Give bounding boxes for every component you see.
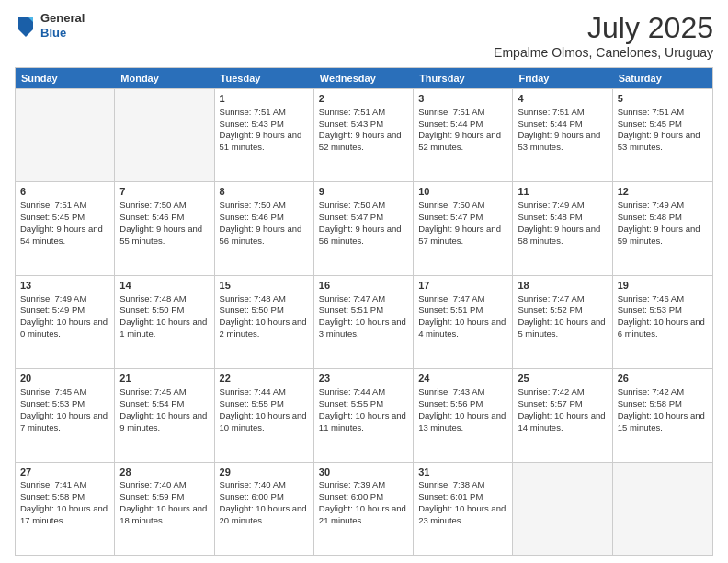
daylight-text: Daylight: 9 hours and 53 minutes. <box>618 130 700 152</box>
sunrise-text: Sunrise: 7:48 AM <box>119 293 186 304</box>
day-number: 22 <box>220 372 309 385</box>
day-number: 3 <box>418 92 507 106</box>
sunrise-text: Sunrise: 7:38 AM <box>418 479 484 489</box>
day-number: 19 <box>618 279 708 293</box>
calendar-cell: 23Sunrise: 7:44 AMSunset: 5:55 PMDayligh… <box>314 369 414 461</box>
sunset-text: Sunset: 5:46 PM <box>220 212 284 222</box>
daylight-text: Daylight: 9 hours and 57 minutes. <box>418 224 501 246</box>
sunset-text: Sunset: 5:58 PM <box>618 398 682 408</box>
day-number: 9 <box>319 185 408 199</box>
daylight-text: Daylight: 9 hours and 51 minutes. <box>220 130 302 152</box>
sunset-text: Sunset: 5:54 PM <box>119 398 184 408</box>
sunrise-text: Sunrise: 7:43 AM <box>418 386 484 396</box>
sunrise-text: Sunrise: 7:39 AM <box>319 479 385 489</box>
daylight-text: Daylight: 10 hours and 15 minutes. <box>618 410 705 432</box>
sunset-text: Sunset: 5:58 PM <box>20 491 85 501</box>
calendar-cell: 19Sunrise: 7:46 AMSunset: 5:53 PMDayligh… <box>613 276 712 368</box>
sunset-text: Sunset: 5:45 PM <box>20 212 85 222</box>
daylight-text: Daylight: 9 hours and 52 minutes. <box>418 130 501 152</box>
main-title: July 2025 <box>494 11 713 45</box>
day-number: 2 <box>319 92 408 106</box>
sunset-text: Sunset: 5:59 PM <box>119 491 184 501</box>
day-number: 26 <box>618 372 708 385</box>
sunrise-text: Sunrise: 7:51 AM <box>20 200 86 210</box>
calendar: SundayMondayTuesdayWednesdayThursdayFrid… <box>15 67 713 556</box>
day-number: 17 <box>418 279 507 293</box>
calendar-cell: 20Sunrise: 7:45 AMSunset: 5:53 PMDayligh… <box>16 369 115 461</box>
daylight-text: Daylight: 10 hours and 20 minutes. <box>220 503 307 525</box>
daylight-text: Daylight: 10 hours and 14 minutes. <box>518 410 605 432</box>
calendar-cell <box>613 463 712 555</box>
day-number: 12 <box>618 185 708 199</box>
day-number: 5 <box>618 92 708 106</box>
sunset-text: Sunset: 5:55 PM <box>220 398 284 408</box>
sunrise-text: Sunrise: 7:46 AM <box>618 293 684 304</box>
sunrise-text: Sunrise: 7:51 AM <box>418 107 484 117</box>
sunset-text: Sunset: 5:56 PM <box>418 398 483 408</box>
sunset-text: Sunset: 5:50 PM <box>119 304 184 315</box>
sunrise-text: Sunrise: 7:48 AM <box>220 293 286 304</box>
sunset-text: Sunset: 5:52 PM <box>518 304 582 315</box>
daylight-text: Daylight: 10 hours and 10 minutes. <box>220 410 307 432</box>
sunset-text: Sunset: 5:51 PM <box>319 304 383 315</box>
weekday-header: Thursday <box>414 68 513 88</box>
daylight-text: Daylight: 10 hours and 7 minutes. <box>20 410 108 432</box>
daylight-text: Daylight: 10 hours and 23 minutes. <box>418 503 506 525</box>
calendar-cell: 1Sunrise: 7:51 AMSunset: 5:43 PMDaylight… <box>215 89 314 181</box>
logo: General Blue <box>15 11 85 40</box>
sunrise-text: Sunrise: 7:51 AM <box>518 107 584 117</box>
calendar-body: 1Sunrise: 7:51 AMSunset: 5:43 PMDaylight… <box>16 88 712 555</box>
calendar-cell: 4Sunrise: 7:51 AMSunset: 5:44 PMDaylight… <box>513 89 612 181</box>
sunset-text: Sunset: 5:45 PM <box>618 119 682 129</box>
daylight-text: Daylight: 10 hours and 17 minutes. <box>20 503 108 525</box>
daylight-text: Daylight: 10 hours and 13 minutes. <box>418 410 506 432</box>
sunrise-text: Sunrise: 7:42 AM <box>618 386 684 396</box>
weekday-header: Tuesday <box>215 68 314 88</box>
weekday-header: Saturday <box>613 68 712 88</box>
calendar-cell: 25Sunrise: 7:42 AMSunset: 5:57 PMDayligh… <box>513 369 612 461</box>
day-number: 29 <box>220 465 309 479</box>
weekday-header: Wednesday <box>314 68 414 88</box>
sunrise-text: Sunrise: 7:41 AM <box>20 479 86 489</box>
sunrise-text: Sunrise: 7:50 AM <box>319 200 385 210</box>
calendar-row: 20Sunrise: 7:45 AMSunset: 5:53 PMDayligh… <box>16 368 712 461</box>
daylight-text: Daylight: 10 hours and 9 minutes. <box>119 410 207 432</box>
calendar-row: 27Sunrise: 7:41 AMSunset: 5:58 PMDayligh… <box>16 462 712 555</box>
sunset-text: Sunset: 5:50 PM <box>220 304 284 315</box>
calendar-cell: 11Sunrise: 7:49 AMSunset: 5:48 PMDayligh… <box>513 182 612 274</box>
sunrise-text: Sunrise: 7:50 AM <box>220 200 286 210</box>
sunset-text: Sunset: 5:55 PM <box>319 398 383 408</box>
day-number: 18 <box>518 279 607 293</box>
calendar-header: SundayMondayTuesdayWednesdayThursdayFrid… <box>16 68 712 88</box>
day-number: 15 <box>220 279 309 293</box>
sunset-text: Sunset: 5:57 PM <box>518 398 582 408</box>
calendar-cell: 26Sunrise: 7:42 AMSunset: 5:58 PMDayligh… <box>613 369 712 461</box>
sunset-text: Sunset: 5:44 PM <box>518 119 582 129</box>
day-number: 24 <box>418 372 507 385</box>
calendar-cell: 22Sunrise: 7:44 AMSunset: 5:55 PMDayligh… <box>215 369 314 461</box>
subtitle: Empalme Olmos, Canelones, Uruguay <box>494 45 713 60</box>
sunrise-text: Sunrise: 7:50 AM <box>119 200 186 210</box>
calendar-cell <box>115 89 214 181</box>
day-number: 20 <box>20 372 109 385</box>
calendar-cell: 15Sunrise: 7:48 AMSunset: 5:50 PMDayligh… <box>215 276 314 368</box>
weekday-header: Sunday <box>16 68 115 88</box>
calendar-cell: 8Sunrise: 7:50 AMSunset: 5:46 PMDaylight… <box>215 182 314 274</box>
calendar-cell: 6Sunrise: 7:51 AMSunset: 5:45 PMDaylight… <box>16 182 115 274</box>
calendar-cell: 2Sunrise: 7:51 AMSunset: 5:43 PMDaylight… <box>314 89 414 181</box>
daylight-text: Daylight: 9 hours and 53 minutes. <box>518 130 600 152</box>
logo-general: General <box>40 11 85 26</box>
day-number: 7 <box>119 185 209 199</box>
calendar-cell: 3Sunrise: 7:51 AMSunset: 5:44 PMDaylight… <box>414 89 513 181</box>
day-number: 27 <box>20 465 109 479</box>
calendar-cell: 21Sunrise: 7:45 AMSunset: 5:54 PMDayligh… <box>115 369 214 461</box>
calendar-cell: 9Sunrise: 7:50 AMSunset: 5:47 PMDaylight… <box>314 182 414 274</box>
calendar-cell: 28Sunrise: 7:40 AMSunset: 5:59 PMDayligh… <box>115 463 214 555</box>
daylight-text: Daylight: 9 hours and 58 minutes. <box>518 224 600 246</box>
sunset-text: Sunset: 5:43 PM <box>319 119 383 129</box>
day-number: 23 <box>319 372 408 385</box>
sunset-text: Sunset: 5:46 PM <box>119 212 184 222</box>
calendar-cell: 5Sunrise: 7:51 AMSunset: 5:45 PMDaylight… <box>613 89 712 181</box>
daylight-text: Daylight: 10 hours and 2 minutes. <box>220 316 307 339</box>
calendar-cell: 7Sunrise: 7:50 AMSunset: 5:46 PMDaylight… <box>115 182 214 274</box>
